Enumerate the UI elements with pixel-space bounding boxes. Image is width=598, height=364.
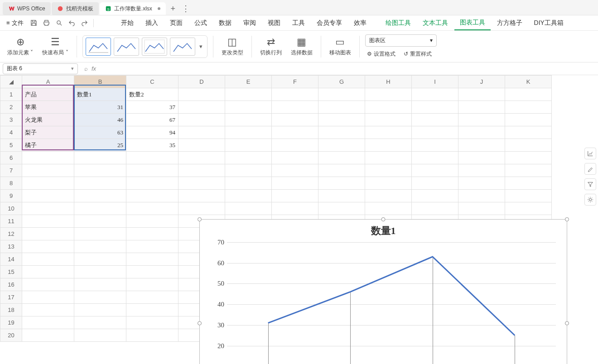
resize-handle[interactable] — [565, 321, 569, 326]
row-header[interactable]: 7 — [0, 164, 22, 177]
cell[interactable] — [126, 278, 178, 291]
cell[interactable] — [126, 316, 178, 329]
cell[interactable] — [412, 152, 458, 164]
fx-icon[interactable]: fx — [92, 65, 96, 72]
cell[interactable] — [318, 202, 365, 215]
cell[interactable]: 63 — [74, 126, 126, 139]
ribbon-change-type[interactable]: ◫ 更改类型 — [219, 33, 246, 60]
cell[interactable] — [126, 152, 178, 164]
cell[interactable] — [272, 202, 318, 215]
cell[interactable] — [22, 164, 74, 177]
print-preview-button[interactable] — [53, 17, 65, 29]
cell[interactable] — [126, 291, 178, 304]
cell[interactable]: 25 — [74, 139, 126, 152]
row[interactable]: 7 — [0, 164, 552, 177]
col-header[interactable]: H — [365, 76, 412, 88]
col-header[interactable]: C — [126, 76, 178, 88]
row[interactable]: 3火龙果4667 — [0, 114, 552, 126]
chart-style-1[interactable] — [86, 38, 111, 56]
cell[interactable] — [505, 126, 552, 139]
cell[interactable]: 46 — [74, 114, 126, 126]
cell[interactable] — [412, 139, 458, 152]
file-menu[interactable]: ≡ 文件 — [3, 17, 27, 29]
cell[interactable]: 35 — [126, 139, 178, 152]
resize-handle[interactable] — [198, 217, 202, 221]
chart-filter-button[interactable] — [584, 178, 596, 190]
cell[interactable] — [412, 164, 458, 177]
row-header[interactable]: 20 — [0, 329, 22, 342]
cell[interactable] — [318, 139, 365, 152]
col-header[interactable]: I — [412, 76, 458, 88]
ribbon-set-format[interactable]: ⚙设置格式 — [365, 49, 397, 59]
chart-style-2[interactable] — [114, 38, 139, 56]
cell[interactable] — [225, 139, 272, 152]
row[interactable]: 6 — [0, 152, 552, 164]
new-tab-button[interactable]: + — [167, 2, 179, 15]
cell[interactable] — [412, 101, 458, 114]
cell[interactable]: 67 — [126, 114, 178, 126]
cell[interactable] — [22, 202, 74, 215]
cell[interactable] — [74, 316, 126, 329]
ribbon-move-chart[interactable]: ▭ 移动图表 — [327, 33, 354, 60]
row-header[interactable]: 10 — [0, 202, 22, 215]
row-header[interactable]: 11 — [0, 215, 22, 228]
cell[interactable] — [126, 329, 178, 342]
cell[interactable] — [365, 152, 412, 164]
redo-button[interactable] — [79, 17, 91, 29]
cell[interactable]: 94 — [126, 126, 178, 139]
row-header[interactable]: 15 — [0, 266, 22, 278]
row[interactable]: 10 — [0, 202, 552, 215]
cell[interactable] — [22, 177, 74, 190]
cell[interactable] — [126, 190, 178, 202]
cell[interactable] — [272, 114, 318, 126]
app-tab-workbook[interactable]: S 工作簿数量.xlsx — [100, 2, 166, 15]
cell[interactable] — [74, 152, 126, 164]
resize-handle[interactable] — [565, 217, 569, 221]
cell[interactable] — [272, 139, 318, 152]
col-header[interactable]: J — [458, 76, 505, 88]
cell[interactable] — [458, 164, 505, 177]
cell[interactable] — [458, 139, 505, 152]
menu-member[interactable]: 会员专享 — [311, 16, 347, 30]
cell[interactable] — [225, 190, 272, 202]
print-button[interactable] — [41, 17, 53, 29]
cell[interactable] — [272, 164, 318, 177]
cell[interactable] — [318, 88, 365, 101]
cell[interactable] — [225, 126, 272, 139]
chart-area-dropdown[interactable]: 图表区 ▾ — [365, 34, 437, 47]
save-button[interactable] — [28, 17, 40, 29]
row[interactable]: 8 — [0, 177, 552, 190]
row-header[interactable]: 3 — [0, 114, 22, 126]
col-header[interactable]: K — [505, 76, 552, 88]
cell[interactable] — [505, 152, 552, 164]
cell[interactable] — [22, 329, 74, 342]
ribbon-select-data[interactable]: ▦ 选择数据 — [288, 33, 315, 60]
menu-review[interactable]: 审阅 — [238, 16, 261, 30]
menu-insert[interactable]: 插入 — [140, 16, 164, 30]
cell[interactable] — [365, 164, 412, 177]
chart-plot-area[interactable]: 010203040506070苹果火龙果梨子橘子 — [227, 242, 556, 364]
menu-view[interactable]: 视图 — [262, 16, 286, 30]
menu-data[interactable]: 数据 — [213, 16, 237, 30]
app-tab-wps[interactable]: WPS Office — [3, 2, 51, 15]
cell[interactable] — [365, 139, 412, 152]
cell[interactable]: 火龙果 — [22, 114, 74, 126]
cell[interactable] — [178, 101, 225, 114]
cell[interactable] — [458, 190, 505, 202]
menu-efficiency[interactable]: 效率 — [348, 16, 372, 30]
cell[interactable] — [178, 126, 225, 139]
menu-page[interactable]: 页面 — [164, 16, 188, 30]
cell[interactable] — [225, 152, 272, 164]
ribbon-reset-style[interactable]: ↺重置样式 — [402, 49, 434, 59]
chart-style-more[interactable]: ▾ — [198, 43, 204, 50]
cell[interactable] — [365, 114, 412, 126]
cell[interactable] — [365, 88, 412, 101]
row[interactable]: 4梨子6394 — [0, 126, 552, 139]
cell[interactable] — [318, 164, 365, 177]
cell[interactable] — [272, 152, 318, 164]
cell[interactable] — [22, 190, 74, 202]
cell[interactable] — [412, 190, 458, 202]
cell[interactable] — [178, 88, 225, 101]
col-header[interactable]: G — [318, 76, 365, 88]
cell[interactable] — [412, 202, 458, 215]
